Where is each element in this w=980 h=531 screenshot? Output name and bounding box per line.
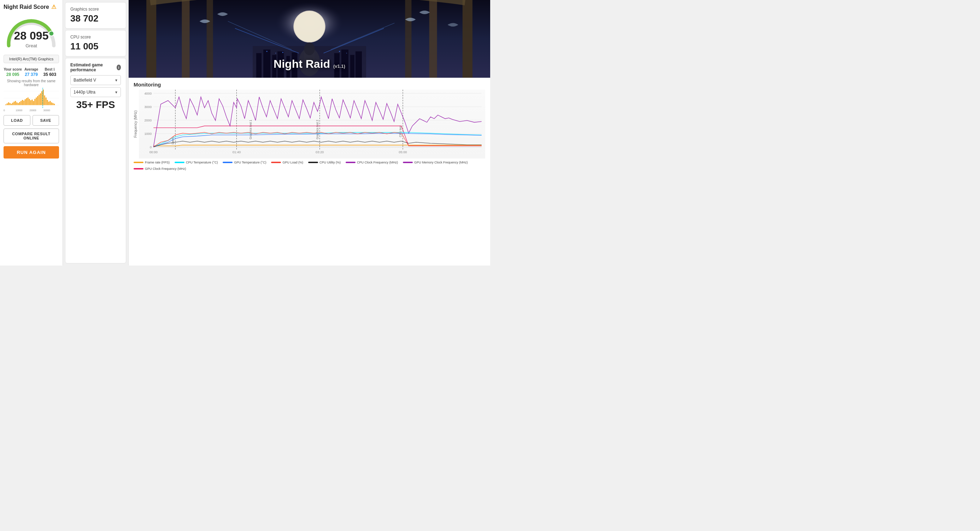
svg-text:3000: 3000	[144, 105, 152, 109]
right-panel: Night Raid (v1.1) Monitoring Frequency (…	[128, 0, 490, 265]
avg-score-value: 27 379	[22, 72, 40, 77]
svg-text:03:20: 03:20	[316, 151, 324, 154]
svg-rect-12	[16, 102, 18, 105]
svg-rect-34	[47, 100, 48, 105]
est-perf-info-icon[interactable]: i	[117, 65, 121, 70]
svg-rect-56	[256, 53, 261, 78]
svg-text:0: 0	[150, 146, 152, 149]
svg-rect-5	[7, 103, 8, 105]
best-info-icon: ℹ	[53, 67, 55, 71]
svg-text:20000: 20000	[30, 109, 37, 112]
legend-frame-rate: Frame rate (FPS)	[134, 161, 170, 164]
save-button[interactable]: SAVE	[32, 115, 59, 126]
legend-gpu-temp: GPU Temperature (°C)	[223, 161, 266, 164]
svg-point-48	[294, 11, 325, 42]
quality-select-wrapper: 1440p Ultra 1080p Ultra 1440p High ▼	[70, 87, 121, 97]
cpu-score-card: CPU score 11 005	[65, 30, 126, 57]
svg-rect-30	[41, 91, 42, 105]
score-display: 28 095 Great	[14, 29, 49, 48]
score-label: Great	[14, 43, 49, 48]
svg-rect-20	[27, 97, 29, 105]
svg-rect-27	[37, 96, 38, 105]
graphics-score-value: 38 702	[70, 13, 121, 24]
legend-gpu-load: GPU Load (%)	[271, 161, 303, 164]
svg-rect-54	[405, 0, 411, 78]
y-axis-label: Frequency (MHz)	[134, 90, 137, 159]
game-title-overlay: Night Raid (v1.1)	[274, 57, 345, 71]
svg-point-0	[49, 31, 54, 36]
svg-point-69	[339, 51, 340, 52]
svg-rect-9	[13, 103, 13, 105]
svg-rect-33	[46, 97, 47, 105]
svg-point-66	[266, 51, 267, 52]
svg-rect-19	[26, 98, 27, 105]
legend-gpu-mem-clock: GPU Memory Clock Frequency (MHz)	[403, 161, 468, 164]
gauge-container: 28 095 Great	[3, 13, 59, 51]
legend-color-gpu-load	[271, 162, 281, 163]
warning-icon: ⚠	[51, 3, 56, 10]
load-save-row: LOAD SAVE	[3, 115, 59, 126]
chart-area: Frequency (MHz)	[134, 90, 485, 159]
svg-rect-32	[44, 95, 45, 105]
svg-rect-23	[32, 100, 32, 105]
svg-rect-18	[25, 99, 26, 105]
svg-text:1000: 1000	[144, 132, 152, 136]
estimated-perf-card: Estimated game performance i Battlefield…	[65, 58, 126, 263]
avg-score-col: Average 27 379	[22, 67, 40, 77]
svg-text:0: 0	[3, 109, 5, 112]
fps-value: 35+ FPS	[70, 99, 121, 111]
svg-rect-7	[10, 103, 11, 105]
svg-rect-49	[146, 0, 156, 78]
svg-rect-21	[29, 99, 30, 105]
game-select-wrapper: Battlefield V Cyberpunk 2077 Far Cry 6 ▼	[70, 75, 121, 85]
load-button[interactable]: LOAD	[3, 115, 30, 126]
hardware-label: Intel(R) Arc(TM) Graphics	[3, 55, 59, 63]
svg-rect-57	[263, 49, 270, 78]
svg-rect-65	[356, 51, 362, 78]
svg-rect-11	[15, 101, 16, 105]
mini-chart: 0 10000 20000 30000	[3, 87, 59, 112]
game-title-main: Night Raid (v1.1)	[274, 57, 345, 71]
best-score-value: 35 603	[41, 72, 59, 77]
svg-rect-8	[11, 104, 12, 105]
legend-cpu-utility: CPU Utility (%)	[308, 161, 341, 164]
middle-panel: Graphics score 38 702 CPU score 11 005 E…	[63, 0, 128, 265]
mini-chart-svg: 0 10000 20000 30000	[3, 87, 59, 112]
legend-row: Frame rate (FPS) CPU Temperature (°C) GP…	[134, 161, 485, 171]
score-comparison: Your score 28 095 Average 27 379 Best ℹ …	[3, 67, 59, 77]
panel-title: Night Raid Score ⚠	[3, 3, 59, 10]
svg-rect-6	[8, 102, 9, 105]
cpu-score-value: 11 005	[70, 41, 121, 52]
svg-rect-52	[463, 0, 473, 78]
run-again-button[interactable]: RUN AGAIN	[3, 146, 59, 159]
legend-cpu-clock: CPU Clock Frequency (MHz)	[346, 161, 398, 164]
monitoring-panel: Monitoring Frequency (MHz)	[128, 78, 490, 265]
svg-rect-39	[54, 104, 55, 105]
legend-color-frame-rate	[134, 162, 143, 163]
svg-text:2000: 2000	[144, 119, 152, 122]
svg-text:Graphics test 2: Graphics test 2	[316, 120, 319, 139]
svg-rect-10	[13, 102, 14, 105]
legend-color-gpu-mem-clock	[403, 162, 413, 163]
svg-point-68	[282, 52, 283, 53]
avg-score-label: Average	[22, 67, 40, 71]
svg-rect-24	[33, 101, 34, 105]
svg-rect-13	[18, 103, 19, 105]
svg-rect-29	[40, 93, 41, 105]
title-text: Night Raid Score	[3, 4, 49, 10]
perf-card-title: Estimated game performance i	[70, 62, 121, 72]
compare-button[interactable]: COMPARE RESULT ONLINE	[3, 128, 59, 143]
game-select[interactable]: Battlefield V Cyberpunk 2077 Far Cry 6	[70, 75, 121, 85]
monitoring-chart-svg: 4000 3000 2000 1000 0 00:00 01:40 03:20 …	[139, 90, 485, 159]
your-score-value: 28 095	[3, 72, 22, 77]
game-image-container: Night Raid (v1.1)	[128, 0, 490, 78]
svg-point-73	[304, 42, 315, 55]
legend-cpu-temp: CPU Temperature (°C)	[175, 161, 218, 164]
svg-rect-28	[38, 95, 40, 105]
svg-rect-25	[34, 99, 35, 105]
quality-select[interactable]: 1440p Ultra 1080p Ultra 1440p High	[70, 87, 121, 97]
chart-wrapper: 4000 3000 2000 1000 0 00:00 01:40 03:20 …	[139, 90, 485, 159]
svg-rect-15	[21, 101, 22, 105]
svg-rect-14	[19, 102, 20, 105]
svg-rect-22	[30, 100, 32, 105]
